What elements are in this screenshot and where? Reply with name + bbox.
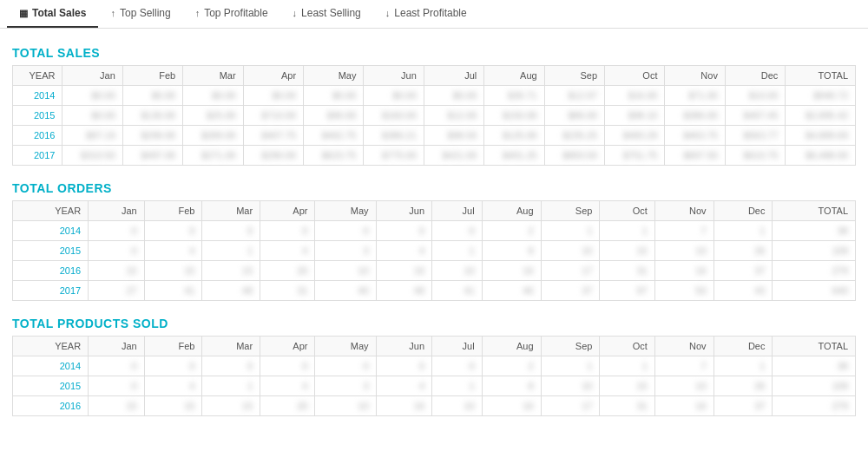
col-header-sep: Sep (544, 66, 604, 86)
data-cell: $271.00 (183, 146, 243, 166)
year-cell-2017[interactable]: 2017 (13, 146, 62, 166)
data-cell: 1 (713, 356, 773, 376)
year-cell-2014[interactable]: 2014 (13, 86, 62, 106)
year-cell-2014[interactable]: 2014 (13, 221, 89, 241)
data-cell: 10 (541, 376, 600, 396)
table-total-orders: YEARJanFebMarAprMayJunJulAugSepOctNovDec… (12, 200, 856, 301)
data-cell: $150.00 (484, 106, 544, 126)
year-cell-2017[interactable]: 2017 (13, 281, 89, 301)
col-header-oct: Oct (605, 66, 665, 86)
data-cell: 10 (541, 241, 600, 261)
data-cell: 0 (376, 221, 431, 241)
data-cell: 16 (482, 261, 541, 281)
year-cell-2015[interactable]: 2015 (13, 241, 89, 261)
data-cell: 31 (600, 261, 654, 281)
data-cell: 16 (376, 396, 431, 416)
data-cell: 1 (541, 221, 600, 241)
col-header-jan: Jan (62, 66, 122, 86)
data-cell: 7 (654, 356, 713, 376)
data-cell: 10 (654, 241, 713, 261)
data-cell: 109 (773, 241, 856, 261)
data-cell: 38 (773, 356, 856, 376)
tab-top-profitable[interactable]: ↑Top Profitable (183, 0, 280, 28)
data-cell: 0 (144, 356, 202, 376)
data-cell: 279 (773, 396, 856, 416)
tab-icon-least-selling: ↓ (293, 8, 298, 18)
data-cell: $130.00 (122, 106, 182, 126)
col-header-nov: Nov (654, 337, 713, 356)
col-header-total: TOTAL (773, 337, 856, 356)
table-row: 2015$0.00$130.00$25.00$710.00$90.00$160.… (13, 106, 856, 126)
data-cell: 1 (202, 241, 260, 261)
data-cell: 0 (144, 221, 202, 241)
data-cell: 50 (654, 281, 713, 301)
col-header-sep: Sep (541, 337, 600, 356)
data-cell: $98.10 (605, 106, 665, 126)
tab-total-sales[interactable]: ▦Total Sales (7, 0, 98, 28)
col-header-aug: Aug (484, 66, 544, 86)
year-cell-2016[interactable]: 2016 (13, 126, 62, 146)
col-header-may: May (304, 66, 364, 86)
col-header-feb: Feb (144, 337, 202, 356)
data-cell: 0 (202, 356, 260, 376)
data-cell: 0 (202, 221, 260, 241)
data-cell: $0.00 (424, 86, 483, 106)
data-cell: 1 (432, 376, 483, 396)
col-header-year: YEAR (13, 201, 89, 221)
col-header-may: May (315, 337, 376, 356)
data-cell: 8 (482, 376, 541, 396)
year-cell-2014[interactable]: 2014 (13, 356, 89, 376)
data-cell: $2,895.42 (786, 106, 856, 126)
data-cell: 0 (89, 221, 144, 241)
data-cell: 10 (315, 261, 376, 281)
data-cell: $90.00 (304, 106, 364, 126)
col-header-mar: Mar (202, 201, 260, 221)
col-header-dec: Dec (725, 66, 785, 86)
table-row: 2016151515201016101617311637279 (13, 396, 856, 416)
data-cell: $421.00 (424, 146, 483, 166)
data-cell: $710.00 (243, 106, 303, 126)
data-cell: $0.00 (243, 86, 303, 106)
col-header-aug: Aug (482, 337, 541, 356)
table-row: 2016151515201016101617311637279 (13, 261, 856, 281)
tab-icon-total-sales: ▦ (19, 8, 28, 19)
data-cell: $30.71 (484, 86, 544, 106)
data-cell: $125.00 (484, 126, 544, 146)
data-cell: $97.19 (62, 126, 122, 146)
tab-top-selling[interactable]: ↑Top Selling (98, 0, 182, 28)
tab-least-selling[interactable]: ↓Least Selling (280, 0, 373, 28)
data-cell: $86.00 (544, 106, 604, 126)
data-cell: 17 (541, 261, 600, 281)
data-cell: $623.75 (304, 146, 364, 166)
data-cell: $0.00 (364, 86, 424, 106)
data-cell: 43 (713, 281, 773, 301)
data-cell: $0.00 (62, 86, 122, 106)
col-header-jan: Jan (89, 201, 144, 221)
tab-least-profitable[interactable]: ↓Least Profitable (373, 0, 479, 28)
year-cell-2015[interactable]: 2015 (13, 106, 62, 126)
data-cell: 17 (541, 396, 600, 416)
data-cell: $386.21 (364, 126, 424, 146)
year-cell-2015[interactable]: 2015 (13, 376, 89, 396)
data-cell: 41 (432, 281, 483, 301)
table-row: 201400000002117138 (13, 221, 856, 241)
tab-label-least-profitable: Least Profitable (394, 7, 466, 19)
data-cell: 7 (654, 221, 713, 241)
data-cell: 16 (376, 261, 431, 281)
data-cell: $775.00 (364, 146, 424, 166)
data-cell: 8 (482, 241, 541, 261)
data-cell: 26 (713, 241, 773, 261)
year-cell-2016[interactable]: 2016 (13, 396, 89, 416)
col-header-feb: Feb (122, 66, 182, 86)
data-cell: 37 (713, 396, 773, 416)
year-cell-2016[interactable]: 2016 (13, 261, 89, 281)
data-cell: 2 (482, 356, 541, 376)
table-total-sales: YEARJanFebMarAprMayJunJulAugSepOctNovDec… (12, 65, 856, 166)
col-header-nov: Nov (654, 201, 713, 221)
data-cell: 1 (202, 376, 260, 396)
col-header-oct: Oct (600, 201, 654, 221)
data-cell: $0.00 (122, 86, 182, 106)
data-cell: $0.00 (62, 106, 122, 126)
data-cell: 16 (482, 396, 541, 416)
data-cell: 1 (600, 356, 654, 376)
